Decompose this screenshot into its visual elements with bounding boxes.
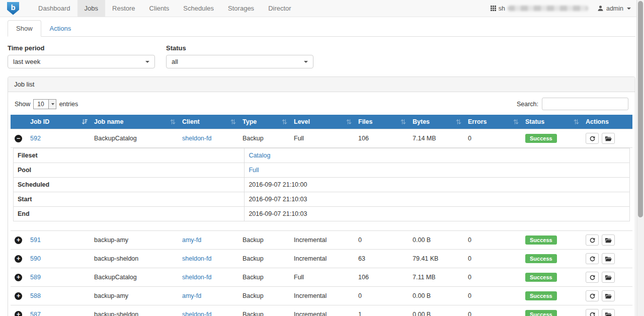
scrollbar-thumb[interactable] — [638, 1, 643, 217]
job-log-button[interactable] — [602, 234, 615, 246]
bytes-text: 0.00 B — [413, 311, 431, 316]
folder-open-icon — [605, 274, 612, 281]
type-text: Backup — [243, 135, 264, 142]
director-host-selector[interactable]: sh — [491, 5, 588, 12]
rerun-job-button[interactable] — [586, 234, 599, 246]
show-label: Show — [15, 101, 30, 108]
user-icon — [597, 5, 604, 12]
job-list-panel: Job list Show 10 entries Search: — [8, 76, 635, 316]
navbar-item-clients[interactable]: Clients — [142, 0, 177, 17]
column-header-errors[interactable]: Errors — [464, 115, 521, 129]
rerun-job-button[interactable] — [586, 290, 599, 301]
brand-logo[interactable]: b — [7, 0, 19, 17]
tab-actions[interactable]: Actions — [41, 20, 80, 37]
hostname-redacted — [508, 6, 588, 11]
errors-text: 0 — [468, 135, 471, 142]
client-link[interactable]: amy-fd — [182, 236, 201, 244]
client-link[interactable]: sheldon-fd — [182, 311, 211, 316]
detail-row-pool: Pool Full — [14, 163, 630, 178]
folder-open-icon — [605, 135, 612, 142]
job-id-link[interactable]: 589 — [30, 274, 41, 281]
time-period-select[interactable]: last week — [8, 55, 155, 68]
detail-row-scheduled: Scheduled 2016-09-07 21:10:00 — [14, 178, 630, 192]
search-input[interactable] — [542, 98, 628, 110]
column-header-actions: Actions — [582, 115, 632, 129]
job-id-link[interactable]: 591 — [30, 236, 41, 244]
fileset-link[interactable]: Catalog — [249, 152, 270, 159]
column-header-level[interactable]: Level — [290, 115, 354, 129]
column-header-files[interactable]: Files — [354, 115, 409, 129]
expand-row-icon[interactable]: + — [15, 236, 22, 244]
pool-link[interactable]: Full — [249, 167, 259, 174]
job-id-link[interactable]: 590 — [30, 255, 41, 262]
expand-row-icon[interactable]: + — [15, 311, 22, 316]
job-log-button[interactable] — [602, 272, 615, 283]
bytes-text: 79.41 KB — [413, 255, 438, 262]
rerun-job-button[interactable] — [586, 309, 599, 316]
folder-open-icon — [605, 311, 612, 316]
column-header-status[interactable]: Status — [521, 115, 582, 129]
rerun-job-button[interactable] — [586, 133, 599, 144]
client-link[interactable]: sheldon-fd — [182, 274, 211, 281]
rerun-job-button[interactable] — [586, 272, 599, 283]
status-badge: Success — [525, 310, 557, 316]
job-name-text: backup-amy — [94, 236, 128, 244]
files-text: 106 — [358, 135, 369, 142]
expand-row-icon[interactable]: + — [15, 292, 22, 300]
job-name-text: backup-amy — [94, 292, 128, 299]
job-log-button[interactable] — [602, 309, 615, 316]
files-text: 1 — [358, 311, 362, 316]
client-link[interactable]: sheldon-fd — [182, 255, 211, 262]
client-link[interactable]: amy-fd — [182, 292, 201, 299]
column-header-job-id[interactable]: Job ID — [26, 115, 90, 129]
column-header-job-name[interactable]: Job name — [90, 115, 178, 129]
navbar-item-dashboard[interactable]: Dashboard — [31, 0, 77, 17]
start-value: 2016-09-07 21:10:03 — [249, 196, 307, 203]
files-text: 63 — [358, 255, 365, 262]
job-name-text: BackupCatalog — [94, 274, 137, 281]
navbar-item-director[interactable]: Director — [261, 0, 298, 17]
expand-row-icon[interactable]: − — [15, 135, 22, 142]
status-select[interactable]: all — [166, 55, 313, 68]
page-size-select[interactable]: 10 — [33, 99, 56, 109]
column-header-client[interactable]: Client — [178, 115, 238, 129]
tab-show[interactable]: Show — [8, 20, 41, 37]
time-period-label: Time period — [8, 44, 155, 52]
status-badge: Success — [525, 291, 557, 300]
job-id-link[interactable]: 592 — [30, 135, 41, 142]
page-scrollbar[interactable] — [636, 0, 644, 316]
sort-icon — [346, 119, 352, 125]
chevron-down-icon — [627, 8, 631, 10]
folder-open-icon — [605, 256, 612, 262]
expand-row-icon[interactable]: + — [15, 255, 22, 263]
job-id-link[interactable]: 588 — [30, 292, 41, 299]
user-menu[interactable]: admin — [597, 5, 631, 12]
job-log-button[interactable] — [602, 133, 615, 144]
job-log-button[interactable] — [602, 253, 615, 264]
status-badge: Success — [525, 235, 557, 245]
level-text: Full — [294, 135, 304, 142]
navbar-item-schedules[interactable]: Schedules — [176, 0, 221, 17]
expand-row-icon[interactable]: + — [15, 274, 22, 281]
detail-row-start: Start 2016-09-07 21:10:03 — [14, 192, 630, 207]
detail-row-end: End 2016-09-07 21:10:03 — [14, 207, 630, 221]
level-text: Full — [294, 274, 304, 281]
sort-icon — [456, 119, 461, 125]
client-link[interactable]: sheldon-fd — [182, 135, 211, 142]
errors-text: 0 — [468, 274, 471, 281]
sort-icon — [400, 119, 406, 125]
rerun-icon — [589, 256, 596, 262]
navbar-item-storages[interactable]: Storages — [221, 0, 261, 17]
navbar-item-jobs[interactable]: Jobs — [77, 0, 105, 17]
navbar-menu: DashboardJobsRestoreClientsSchedulesStor… — [31, 0, 298, 17]
rerun-job-button[interactable] — [586, 253, 599, 264]
job-id-link[interactable]: 587 — [30, 311, 41, 316]
column-header-bytes[interactable]: Bytes — [409, 115, 464, 129]
rerun-icon — [589, 311, 596, 316]
rerun-icon — [589, 293, 596, 299]
chevron-down-icon — [304, 61, 308, 63]
bareos-logo-icon: b — [7, 2, 19, 15]
column-header-type[interactable]: Type — [238, 115, 290, 129]
navbar-item-restore[interactable]: Restore — [105, 0, 142, 17]
job-log-button[interactable] — [602, 290, 615, 301]
